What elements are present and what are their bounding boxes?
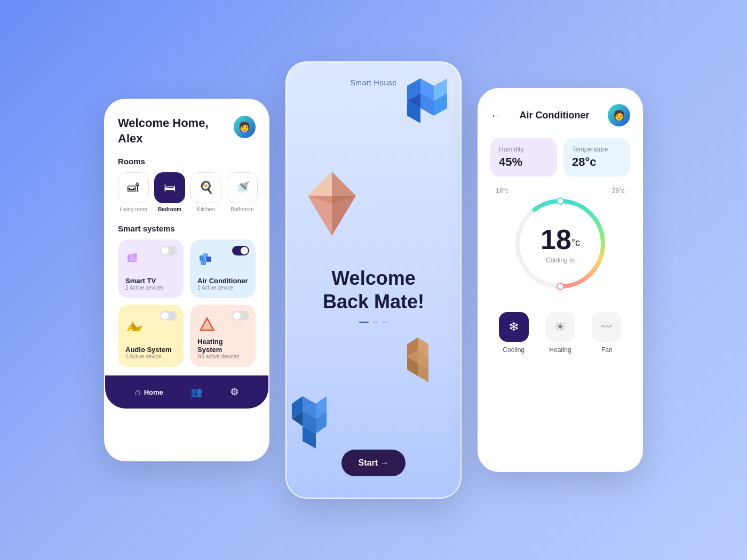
phone-ac: ← Air Conditioner 🧑 Humidity 45% Tempera… (478, 88, 643, 472)
welcome-text: Welcome Home, Alex (118, 116, 234, 146)
cooling-icon-box: ❄ (499, 312, 529, 342)
temperature-label: Temperature (572, 146, 622, 153)
back-button[interactable]: ← (490, 109, 501, 122)
toggle-tv[interactable] (160, 246, 177, 255)
dot-1 (373, 322, 378, 323)
svg-point-44 (557, 283, 563, 290)
heating-label: Heating (549, 346, 571, 354)
audio-name: Audio System (125, 346, 176, 354)
ac-status: 1 Active device (197, 285, 248, 291)
tv-icon (125, 251, 145, 270)
rooms-label: Rooms (118, 157, 256, 166)
room-label-bedroom: Bedroom (158, 206, 181, 212)
users-icon: 👥 (190, 386, 202, 398)
card-ac[interactable]: Air Conditioner 1 Active device (190, 239, 256, 298)
room-label-bathroom: Bathroom (231, 206, 253, 212)
toggle-circle-audio (161, 312, 169, 319)
start-button[interactable]: Start → (341, 450, 406, 476)
ac-name: Air Conditioner (197, 277, 248, 285)
heating-name: Heating System (197, 338, 248, 354)
mode-row: ❄ Cooling ☀ Heating 〰 Fan (490, 312, 630, 354)
card-heating[interactable]: Heating System No active devices (190, 305, 256, 367)
svg-marker-22 (332, 172, 356, 196)
stats-row: Humidity 45% Temperature 28°c (490, 138, 630, 177)
fan-icon: 〰 (601, 321, 612, 333)
humidity-value: 45% (499, 155, 549, 169)
phone-home: Welcome Home, Alex 🧑 Rooms 🛋 Living room… (104, 99, 269, 461)
deco-cubes-mid (407, 338, 450, 391)
deco-cubes-bottom (292, 396, 340, 450)
room-icon-kitchen: 🍳 (190, 172, 221, 203)
room-label-living: Living room (120, 206, 147, 212)
pagination-dots (323, 322, 424, 323)
nav-home[interactable]: ⌂ Home (135, 387, 163, 398)
svg-point-43 (557, 198, 563, 204)
nav-settings[interactable]: ⚙ (230, 386, 239, 398)
smart-label: Smart systems (118, 224, 256, 233)
fan-label: Fan (601, 346, 613, 354)
heating-icon: ☀ (554, 319, 566, 334)
circle-wrapper: 18°c Cooling to (507, 190, 614, 297)
nav-home-label: Home (144, 388, 163, 396)
bottom-nav: ⌂ Home 👥 ⚙ (105, 375, 268, 409)
temp-unit: °c (571, 237, 580, 248)
temp-max: 28°c (612, 187, 625, 195)
toggle-circle-heating (233, 312, 241, 319)
ac-avatar: 🧑 (608, 104, 630, 126)
temperature-card: Temperature 28°c (563, 138, 630, 177)
temp-display: 18°c Cooling to (541, 223, 580, 264)
toggle-heating[interactable] (232, 311, 249, 321)
room-bathroom[interactable]: 🚿 Bathroom (227, 172, 258, 212)
svg-rect-6 (201, 260, 206, 265)
room-living[interactable]: 🛋 Living room (118, 172, 149, 212)
card-tv[interactable]: Smart TV 2 Active devices (118, 239, 184, 298)
deco-diamond (303, 169, 361, 233)
humidity-label: Humidity (499, 146, 549, 153)
heating-icon (197, 316, 217, 335)
room-icon-bathroom: 🚿 (227, 172, 258, 203)
room-kitchen[interactable]: 🍳 Kitchen (190, 172, 221, 212)
home-icon: ⌂ (135, 387, 141, 398)
heating-status: No active devices (197, 354, 248, 359)
temp-number: 18 (541, 224, 571, 255)
rooms-row: 🛋 Living room 🛏 Bedroom 🍳 Kitchen 🚿 Bath… (118, 172, 256, 212)
fan-icon-box: 〰 (592, 312, 622, 342)
audio-icon (125, 316, 145, 335)
toggle-circle-ac (241, 247, 248, 254)
settings-icon: ⚙ (230, 386, 239, 398)
cooling-label: Cooling (503, 346, 525, 354)
avatar: 🧑 (234, 116, 256, 138)
systems-grid: Smart TV 2 Active devices Air Conditione… (118, 239, 256, 367)
toggle-ac[interactable] (232, 246, 249, 255)
heating-icon-box: ☀ (545, 312, 575, 342)
ac-header: ← Air Conditioner 🧑 (490, 104, 630, 126)
humidity-card: Humidity 45% (490, 138, 557, 177)
room-bedroom[interactable]: 🛏 Bedroom (154, 172, 185, 212)
toggle-circle-tv (161, 247, 169, 254)
home-header: Welcome Home, Alex 🧑 (118, 116, 256, 146)
mode-heating[interactable]: ☀ Heating (545, 312, 575, 354)
card-audio[interactable]: Audio System 1 Active device (118, 305, 184, 367)
smart-house-label: Smart House (350, 78, 396, 87)
tv-name: Smart TV (125, 277, 176, 285)
welcome-line1: Welcome Back Mate! (323, 267, 424, 313)
cooling-to-label: Cooling to (541, 257, 580, 264)
svg-rect-2 (133, 253, 137, 258)
nav-users[interactable]: 👥 (190, 386, 202, 398)
temperature-value: 28°c (572, 155, 622, 169)
mode-fan[interactable]: 〰 Fan (592, 312, 622, 354)
mode-cooling[interactable]: ❄ Cooling (499, 312, 529, 354)
tv-status: 2 Active devices (125, 285, 176, 291)
room-icon-bedroom: 🛏 (154, 172, 185, 203)
dot-2 (383, 322, 388, 323)
ac-title: Air Conditioner (520, 110, 590, 121)
cooling-icon: ❄ (508, 319, 519, 334)
room-label-kitchen: Kitchen (197, 206, 214, 212)
phone-welcome: Smart House (285, 61, 462, 499)
dot-active (359, 322, 369, 323)
toggle-audio[interactable] (160, 311, 177, 321)
svg-rect-5 (206, 257, 211, 262)
room-icon-living: 🛋 (118, 172, 149, 203)
ac-icon (197, 251, 217, 270)
temp-dial[interactable]: 18°c 28°c (490, 187, 630, 297)
